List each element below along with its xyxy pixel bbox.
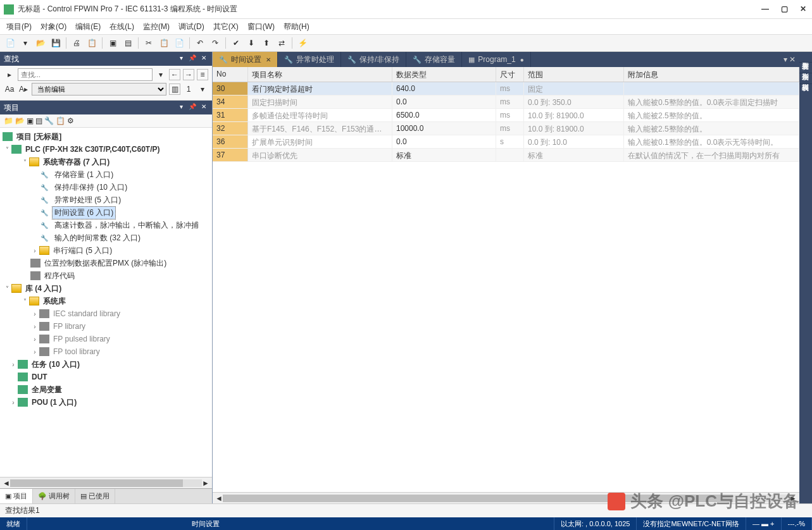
close-button[interactable]: ✕ <box>798 4 808 15</box>
clear-icon[interactable]: ▾ <box>155 69 166 80</box>
paste-button[interactable]: 📄 <box>173 37 185 49</box>
tab-storage[interactable]: 🔧存储容量 <box>406 52 462 67</box>
menu-online[interactable]: 在线(L) <box>109 22 134 32</box>
panel-menu-icon[interactable]: ▾ <box>177 54 185 63</box>
tab-exception[interactable]: 🔧异常时处理 <box>278 52 341 67</box>
col-type[interactable]: 数据类型 <box>392 67 496 82</box>
col-unit[interactable]: 尺寸 <box>496 67 524 82</box>
col-name[interactable]: 项目名称 <box>248 67 392 82</box>
next-match-button[interactable]: → <box>183 69 194 80</box>
open-button[interactable]: 📂 <box>34 37 47 49</box>
tree-hscroll[interactable]: ◄► <box>0 477 212 488</box>
tree-btn6[interactable]: 📋 <box>56 116 65 125</box>
tree-btn4[interactable]: ▤ <box>35 116 42 125</box>
tree-btn1[interactable]: 📁 <box>4 116 13 125</box>
status-zoom[interactable]: — ▬ + <box>746 517 782 530</box>
toggle2-button[interactable]: ▤ <box>122 37 134 49</box>
minimize-button[interactable]: — <box>760 4 770 15</box>
tree-serial[interactable]: ›串行端口 (5 入口) <box>0 244 212 257</box>
menu-object[interactable]: 对象(O) <box>41 22 66 32</box>
list-results-button[interactable]: ≡ <box>197 69 208 80</box>
tree-lib[interactable]: ˅库 (4 入口) <box>0 282 212 295</box>
menu-window[interactable]: 窗口(W) <box>247 22 275 32</box>
tree-plc[interactable]: ˅PLC (FP-XH 32k C30T/P,C40T,C60T/P) <box>0 143 212 156</box>
menu-monitor[interactable]: 监控(M) <box>143 22 170 32</box>
sidebar-cmdlist[interactable]: 指令列表 <box>799 63 812 73</box>
preview-button[interactable]: 📋 <box>85 37 98 49</box>
save-button[interactable]: 💾 <box>49 37 62 49</box>
close-icon[interactable]: ✕ <box>266 56 271 63</box>
tree-storage[interactable]: 存储容量 (1 入口) <box>0 168 212 181</box>
plug-icon[interactable]: ⚡ <box>296 37 309 49</box>
cell-type[interactable]: 6500.0 <box>392 109 496 121</box>
search-scope-select[interactable]: 当前编辑 <box>32 83 166 96</box>
new-button[interactable]: 📄 <box>4 37 16 49</box>
tab-overflow-button[interactable]: ▾ ✕ <box>780 52 799 67</box>
tree-lib-pulsed[interactable]: ›FP pulsed library <box>0 333 212 345</box>
search-input[interactable] <box>18 68 153 81</box>
table-row[interactable]: 37串口诊断优先标准标准在默认值的情况下，在一个扫描周期内对所有 <box>213 149 799 162</box>
tree-tasks[interactable]: ›任务 (10 入口) <box>0 358 212 371</box>
menu-edit[interactable]: 编辑(E) <box>75 22 101 32</box>
filter-button[interactable]: ▥ <box>169 83 180 95</box>
tree-exception[interactable]: 异常时处理 (5 入口) <box>0 194 212 206</box>
col-range[interactable]: 范围 <box>524 67 624 82</box>
panel-close-icon[interactable]: ✕ <box>199 103 208 112</box>
sidebar-varlist[interactable]: 变量列表 <box>799 52 812 63</box>
tree-btn3[interactable]: ▣ <box>27 116 34 125</box>
tab-program1[interactable]: ▦Program_1● <box>462 52 530 67</box>
cell-type[interactable]: 640.0 <box>392 82 496 95</box>
tree-lib-fp[interactable]: ›FP library <box>0 320 212 333</box>
menu-project[interactable]: 项目(P) <box>6 22 32 32</box>
tab-hold[interactable]: 🔧保持/非保持 <box>341 52 406 67</box>
case-toggle[interactable]: Aa <box>4 83 15 95</box>
panel-pin-icon[interactable]: 📌 <box>188 103 197 112</box>
tree-btn5[interactable]: 🔧 <box>44 116 54 125</box>
options-icon[interactable]: ▾ <box>197 83 208 95</box>
tree-time-settings[interactable]: 时间设置 (6 入口) <box>0 206 212 219</box>
grid-hscroll[interactable]: ◄► <box>213 492 799 503</box>
cut-button[interactable]: ✂ <box>142 37 155 49</box>
tab-time-settings[interactable]: 🔧时间设置✕ <box>213 52 278 67</box>
panel-menu-icon[interactable]: ▾ <box>177 103 185 112</box>
print-button[interactable]: 🖨 <box>70 37 83 49</box>
cell-type[interactable]: 标准 <box>392 149 496 161</box>
tree-pmx[interactable]: 位置控制数据表配置PMX (脉冲输出) <box>0 257 212 269</box>
tree-timeconst[interactable]: 输入的时间常数 (32 入口) <box>0 231 212 244</box>
word-toggle[interactable]: A▸ <box>18 83 29 95</box>
menu-help[interactable]: 帮助(H) <box>284 22 309 32</box>
btab-used[interactable]: ▤已使用 <box>75 489 115 503</box>
table-row[interactable]: 32基于F145、F146、F152、F153的通信...10000.0ms10… <box>213 122 799 135</box>
btab-calltree[interactable]: 🌳调用树 <box>33 489 75 503</box>
sidebar-template[interactable]: 模板列表 <box>799 73 812 84</box>
toggle1-button[interactable]: ▣ <box>106 37 119 49</box>
check-button[interactable]: ✔ <box>230 37 242 49</box>
tree-pou[interactable]: ›POU (1 入口) <box>0 396 212 409</box>
table-row[interactable]: 36扩展单元识别时间0.0s0.0 到: 10.0输入能被0.1整除的值。0.0… <box>213 135 799 149</box>
download-button[interactable]: ⬇ <box>245 37 258 49</box>
menu-other[interactable]: 其它(X) <box>213 22 239 32</box>
col-info[interactable]: 附加信息 <box>624 67 799 82</box>
tree-lib-iec[interactable]: ›IEC standard library <box>0 307 212 320</box>
tree-global[interactable]: 全局变量 <box>0 383 212 396</box>
table-row[interactable]: 30看门狗定时器超时640.0ms固定 <box>213 82 799 96</box>
tree-lib-tool[interactable]: ›FP tool library <box>0 345 212 358</box>
cell-type[interactable]: 10000.0 <box>392 122 496 135</box>
btab-project[interactable]: ▣项目 <box>0 489 33 503</box>
tree-hold[interactable]: 保持/非保持 (10 入口) <box>0 181 212 194</box>
col-no[interactable]: No <box>213 67 248 82</box>
search-dropdown-icon[interactable]: ▸ <box>4 69 15 80</box>
tree-highspeed[interactable]: 高速计数器，脉冲输出，中断输入，脉冲捕 <box>0 219 212 231</box>
tree-syslib[interactable]: ˅系统库 <box>0 295 212 307</box>
find-result-bar[interactable]: 查找结果1 <box>0 503 812 517</box>
copy-button[interactable]: 📋 <box>158 37 170 49</box>
menu-debug[interactable]: 调试(D) <box>178 22 204 32</box>
table-row[interactable]: 34固定扫描时间0.0ms0.0 到: 350.0输入能被0.5整除的值。0.0… <box>213 96 799 109</box>
tree-btn7[interactable]: ⚙ <box>67 116 74 125</box>
tree-dut[interactable]: DUT <box>0 371 212 383</box>
tree-code[interactable]: 程序代码 <box>0 269 212 282</box>
redo-button[interactable]: ↷ <box>209 37 222 49</box>
tree-root[interactable]: 项目 [无标题] <box>0 130 212 143</box>
panel-close-icon[interactable]: ✕ <box>199 54 208 63</box>
upload-button[interactable]: ⬆ <box>260 37 273 49</box>
